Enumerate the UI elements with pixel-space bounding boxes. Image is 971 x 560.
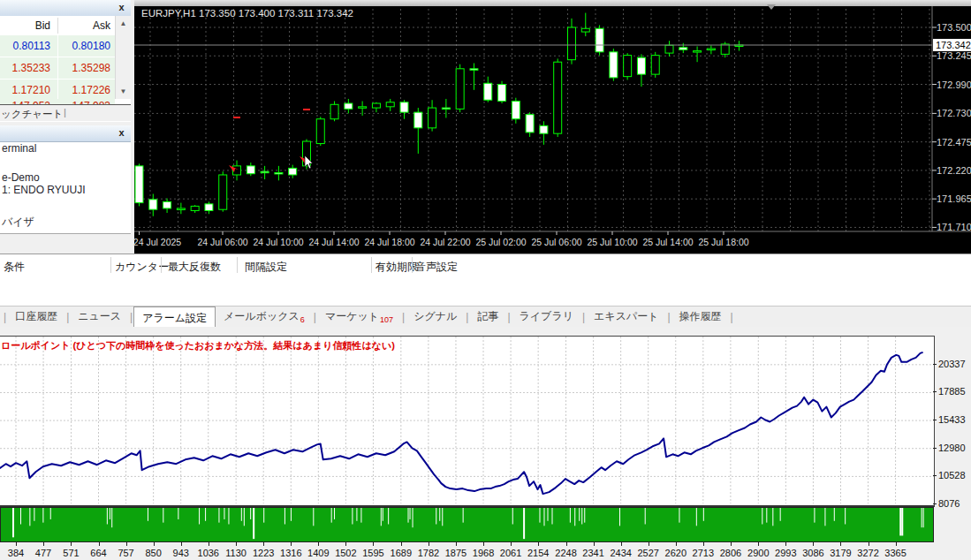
column-divider <box>57 18 58 34</box>
tester-x-label: 1968 <box>473 548 494 558</box>
axis-tick <box>785 542 786 546</box>
market-watch-scrollbar[interactable]: ▲ ▼ <box>115 16 132 99</box>
tab-4[interactable]: マーケット107 <box>317 306 401 328</box>
tester-x-label: 1316 <box>280 548 301 558</box>
alarm-column-header[interactable]: 音声設定 <box>415 260 458 275</box>
axis-tick <box>731 542 732 546</box>
tab-active-2[interactable]: アラーム設定 <box>133 306 216 329</box>
tester-x-label: 1689 <box>391 548 412 558</box>
tester-x-label: 3179 <box>830 548 851 558</box>
axis-tick <box>263 542 264 546</box>
alarm-settings-panel: 条件カウンター最大反復数間隔設定有効期限音声設定 <box>0 254 971 306</box>
alarm-column-header[interactable]: 条件 <box>4 260 25 275</box>
tester-x-label: 850 <box>145 548 161 558</box>
tester-y-label: 17885 <box>938 386 966 397</box>
axis-tick <box>209 542 209 546</box>
axis-tick <box>869 542 869 546</box>
navigator-item[interactable]: e-Demo <box>2 171 40 184</box>
axis-tick <box>933 420 937 420</box>
tab-9[interactable]: 操作履歴 <box>671 306 730 328</box>
axis-tick <box>933 391 937 392</box>
column-divider <box>371 257 372 273</box>
tester-y-label: 15433 <box>938 414 966 425</box>
axis-tick <box>236 542 237 546</box>
ask-column-header[interactable]: Ask <box>93 19 110 32</box>
axis-tick <box>456 542 457 546</box>
lots-histogram[interactable] <box>0 507 934 542</box>
tick-chart-tab[interactable]: ックチャート | <box>0 105 131 121</box>
ask-value: 0.80180 <box>72 40 110 52</box>
axis-tick <box>566 542 567 546</box>
tab-separator: | <box>730 311 734 323</box>
tab-separator: | <box>0 311 7 323</box>
navigator-item[interactable]: バイザ <box>2 215 34 230</box>
tester-plot[interactable] <box>0 336 935 507</box>
tester-x-label: 384 <box>8 548 24 558</box>
tester-x-label: 1409 <box>307 548 329 558</box>
market-watch-row[interactable]: 1.352331.35298 <box>0 57 115 79</box>
tester-x-label: 2900 <box>747 548 769 558</box>
axis-tick <box>71 542 72 546</box>
tab-separator: | <box>64 107 66 117</box>
tab-badge: 6 <box>300 315 305 324</box>
axis-tick <box>933 503 937 504</box>
tab-6[interactable]: 記事 <box>469 306 506 328</box>
axis-tick <box>933 364 937 365</box>
market-watch-titlebar[interactable]: x <box>0 0 131 17</box>
navigator-item[interactable]: 1: ENDO RYUUJI <box>2 184 85 196</box>
tab-label: 操作履歴 <box>679 310 722 322</box>
column-divider <box>237 257 238 273</box>
axis-tick <box>758 542 759 546</box>
tab-label: マーケット <box>325 310 379 322</box>
axis-tick <box>126 542 127 546</box>
market-watch-header[interactable]: Bid Ask <box>0 16 115 36</box>
balance-curve-chart[interactable] <box>0 337 934 503</box>
tab-label: シグナル <box>413 310 457 322</box>
alarm-column-header[interactable]: 間隔設定 <box>245 260 287 275</box>
tab-7[interactable]: ライブラリ <box>512 306 581 328</box>
axis-tick <box>676 542 677 546</box>
axis-tick <box>99 542 100 546</box>
navigator-item[interactable]: erminal <box>2 142 36 155</box>
tester-x-label: 2154 <box>527 548 549 558</box>
alarm-column-header[interactable]: 最大反復数 <box>168 260 221 275</box>
tester-x-label: 2248 <box>555 548 576 558</box>
tick-chart-tab-label[interactable]: ックチャート <box>1 108 63 121</box>
tester-x-label: 1036 <box>198 548 219 558</box>
tester-x-label: 2620 <box>665 548 687 558</box>
axis-tick <box>594 542 595 546</box>
tab-3[interactable]: メールボックス6 <box>216 306 313 328</box>
tab-5[interactable]: シグナル <box>406 306 465 328</box>
chart-ohlc-header: EURJPY,H1 173.350 173.400 173.311 173.34… <box>141 8 353 19</box>
column-divider <box>57 57 58 79</box>
axis-tick <box>154 542 155 546</box>
terminal-tabbar: |口座履歴|ニュース|アラーム設定メールボックス6|マーケット107|シグナル|… <box>0 306 971 328</box>
tester-x-label: 1875 <box>445 548 467 558</box>
axis-tick <box>933 448 937 449</box>
tester-y-label: 8076 <box>938 498 960 509</box>
scroll-up-icon[interactable]: ▲ <box>118 18 129 29</box>
bid-column-header[interactable]: Bid <box>35 19 50 32</box>
navigator-titlebar[interactable]: x <box>0 125 131 142</box>
market-watch-row[interactable]: 0.801130.80180 <box>0 35 115 57</box>
tab-label: 記事 <box>477 310 498 322</box>
candlestick-chart[interactable]: EURJPY,H1 173.350 173.400 173.311 173.34… <box>134 0 971 254</box>
lots-histogram-svg <box>1 508 933 541</box>
axis-tick <box>896 542 897 546</box>
close-icon[interactable]: x <box>116 2 127 13</box>
axis-tick <box>813 542 814 546</box>
tab-0[interactable]: 口座履歴 <box>7 306 65 328</box>
column-divider <box>57 79 58 101</box>
chart-window: EURJPY,H1 173.350 173.400 173.311 173.34… <box>134 0 971 254</box>
mt4-window: x Bid Ask 0.801130.801801.352331.352981.… <box>0 0 971 560</box>
tab-label: エキスパート <box>594 310 658 322</box>
bid-value: 0.80113 <box>13 40 51 52</box>
close-icon[interactable]: x <box>116 127 127 139</box>
tab-8[interactable]: エキスパート <box>586 306 666 328</box>
axis-tick <box>181 542 182 546</box>
column-divider <box>110 257 111 273</box>
axis-tick <box>16 542 17 546</box>
column-divider <box>412 257 413 273</box>
tab-1[interactable]: ニュース <box>70 306 129 328</box>
scroll-down-icon[interactable]: ▼ <box>118 86 129 97</box>
